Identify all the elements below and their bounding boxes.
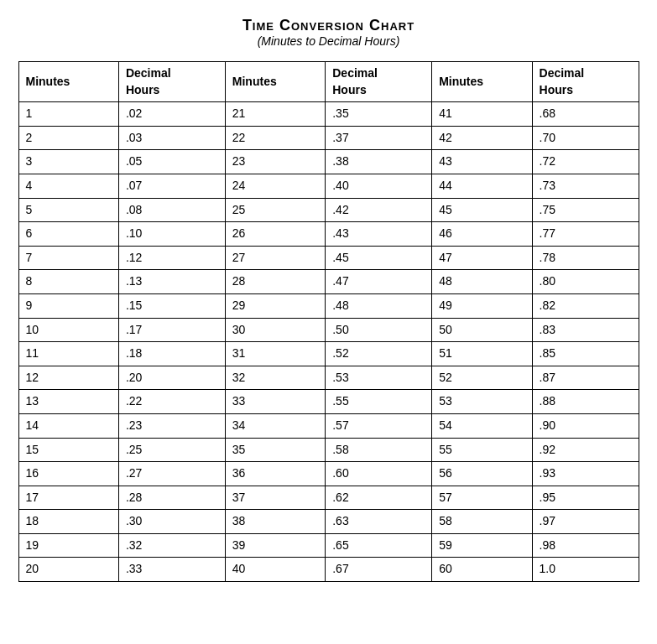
cell-dec2: .65 <box>326 533 432 558</box>
cell-dec1: .02 <box>118 102 225 127</box>
cell-dec1: .10 <box>118 222 225 247</box>
cell-min2: 21 <box>225 102 325 127</box>
cell-min3: 43 <box>432 150 532 174</box>
cell-min1: 14 <box>18 413 118 438</box>
cell-dec1: .15 <box>118 293 225 318</box>
cell-dec2: .67 <box>326 558 432 582</box>
cell-dec3: .87 <box>532 366 639 390</box>
cell-dec1: .33 <box>118 558 225 582</box>
cell-min2: 29 <box>225 293 325 318</box>
cell-dec2: .50 <box>326 318 432 342</box>
cell-dec2: .63 <box>326 510 432 534</box>
cell-dec3: .78 <box>532 246 639 270</box>
cell-min2: 27 <box>225 246 325 270</box>
cell-min2: 23 <box>225 150 325 174</box>
cell-min3: 47 <box>432 246 532 270</box>
cell-min2: 31 <box>225 342 325 366</box>
cell-min1: 20 <box>18 558 118 582</box>
cell-dec2: .57 <box>326 413 432 438</box>
cell-min3: 41 <box>432 102 532 127</box>
cell-min3: 50 <box>432 318 532 342</box>
cell-dec1: .22 <box>118 390 225 414</box>
cell-min2: 33 <box>225 390 325 414</box>
cell-min1: 11 <box>18 342 118 366</box>
cell-dec2: .58 <box>326 438 432 462</box>
table-header-row: Minutes DecimalHours Minutes DecimalHour… <box>18 62 639 102</box>
cell-min2: 26 <box>225 222 325 247</box>
cell-dec1: .07 <box>118 174 225 198</box>
table-row: 8.1328.4748.80 <box>18 270 639 294</box>
cell-min1: 1 <box>18 102 118 127</box>
cell-dec3: .95 <box>532 486 639 510</box>
cell-min1: 16 <box>18 462 118 486</box>
cell-dec3: .82 <box>532 293 639 318</box>
cell-dec1: .18 <box>118 342 225 366</box>
cell-dec3: .97 <box>532 510 639 534</box>
cell-min2: 37 <box>225 486 325 510</box>
cell-min3: 46 <box>432 222 532 247</box>
table-row: 6.1026.4346.77 <box>18 222 639 247</box>
cell-min2: 22 <box>225 126 325 150</box>
cell-dec3: 1.0 <box>532 558 639 582</box>
cell-min3: 57 <box>432 486 532 510</box>
main-title: Time Conversion Chart <box>18 17 639 34</box>
cell-dec3: .72 <box>532 150 639 174</box>
table-row: 15.2535.5855.92 <box>18 438 639 462</box>
cell-dec2: .52 <box>326 342 432 366</box>
cell-min2: 24 <box>225 174 325 198</box>
cell-dec2: .43 <box>326 222 432 247</box>
cell-dec3: .85 <box>532 342 639 366</box>
cell-min3: 60 <box>432 558 532 582</box>
page-container: Time Conversion Chart (Minutes to Decima… <box>18 17 639 582</box>
cell-min2: 30 <box>225 318 325 342</box>
table-row: 12.2032.5352.87 <box>18 366 639 390</box>
table-row: 4.0724.4044.73 <box>18 174 639 198</box>
table-row: 9.1529.4849.82 <box>18 293 639 318</box>
cell-dec3: .77 <box>532 222 639 247</box>
cell-min3: 52 <box>432 366 532 390</box>
cell-dec2: .60 <box>326 462 432 486</box>
table-row: 19.3239.6559.98 <box>18 533 639 558</box>
cell-dec3: .98 <box>532 533 639 558</box>
cell-dec1: .13 <box>118 270 225 294</box>
cell-min1: 12 <box>18 366 118 390</box>
table-row: 18.3038.6358.97 <box>18 510 639 534</box>
cell-dec3: .68 <box>532 102 639 127</box>
cell-min2: 39 <box>225 533 325 558</box>
cell-min2: 32 <box>225 366 325 390</box>
cell-dec3: .75 <box>532 198 639 222</box>
cell-dec3: .90 <box>532 413 639 438</box>
cell-min3: 58 <box>432 510 532 534</box>
cell-min1: 9 <box>18 293 118 318</box>
cell-min2: 28 <box>225 270 325 294</box>
cell-min3: 53 <box>432 390 532 414</box>
cell-min2: 40 <box>225 558 325 582</box>
cell-min1: 13 <box>18 390 118 414</box>
cell-dec2: .35 <box>326 102 432 127</box>
cell-min3: 48 <box>432 270 532 294</box>
cell-dec3: .93 <box>532 462 639 486</box>
cell-min3: 44 <box>432 174 532 198</box>
cell-dec1: .08 <box>118 198 225 222</box>
conversion-table: Minutes DecimalHours Minutes DecimalHour… <box>18 61 639 582</box>
cell-min1: 10 <box>18 318 118 342</box>
cell-dec1: .32 <box>118 533 225 558</box>
table-row: 13.2233.5553.88 <box>18 390 639 414</box>
table-row: 5.0825.4245.75 <box>18 198 639 222</box>
cell-dec3: .88 <box>532 390 639 414</box>
cell-dec2: .55 <box>326 390 432 414</box>
cell-dec1: .20 <box>118 366 225 390</box>
cell-dec3: .73 <box>532 174 639 198</box>
table-row: 20.3340.67601.0 <box>18 558 639 582</box>
table-row: 17.2837.6257.95 <box>18 486 639 510</box>
cell-dec2: .42 <box>326 198 432 222</box>
header-decimal-3: DecimalHours <box>532 62 639 102</box>
cell-dec2: .47 <box>326 270 432 294</box>
cell-min1: 8 <box>18 270 118 294</box>
cell-dec2: .62 <box>326 486 432 510</box>
cell-min1: 17 <box>18 486 118 510</box>
header-minutes-2: Minutes <box>225 62 325 102</box>
cell-min3: 51 <box>432 342 532 366</box>
cell-min2: 36 <box>225 462 325 486</box>
cell-dec2: .37 <box>326 126 432 150</box>
